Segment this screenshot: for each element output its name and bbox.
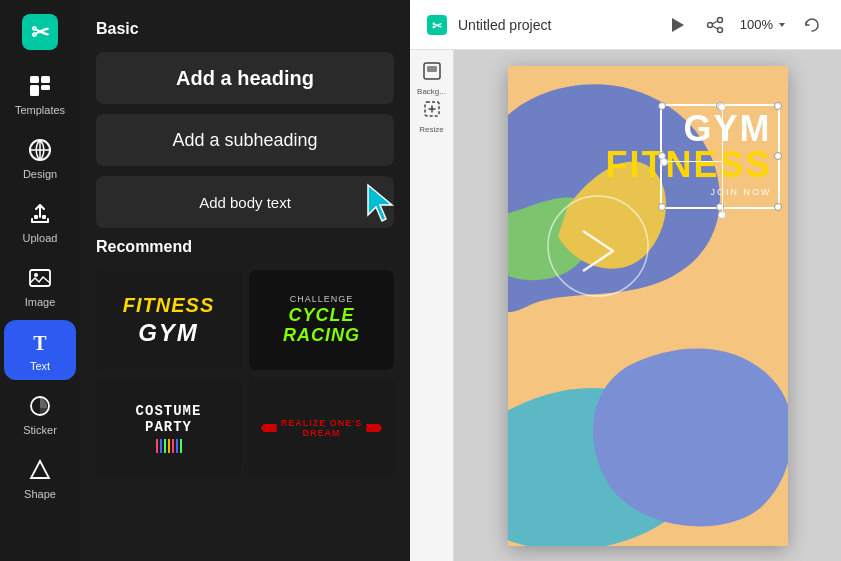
fitness-word: FITNESS bbox=[605, 147, 771, 183]
svg-rect-9 bbox=[34, 215, 38, 219]
fitness-text-line1: FITNESS bbox=[123, 294, 214, 317]
app-logo: ✂ bbox=[20, 12, 60, 52]
sidebar-item-upload[interactable]: Upload bbox=[4, 192, 76, 252]
zoom-value: 100% bbox=[740, 17, 773, 32]
text-panel: Basic Add a heading Add a subheading Add… bbox=[80, 0, 410, 561]
add-body-text-button[interactable]: Add body text bbox=[96, 176, 394, 228]
recommend-card-costume-party[interactable]: COSTUMEPARTY bbox=[96, 378, 241, 478]
canvas-dot-1 bbox=[718, 103, 726, 111]
resize-tool[interactable]: Resize bbox=[414, 98, 450, 134]
recommend-section-title: Recommend bbox=[96, 238, 394, 256]
upload-icon bbox=[26, 200, 54, 228]
topbar: ✂ Untitled project 100% bbox=[410, 0, 841, 50]
play-button[interactable] bbox=[664, 12, 690, 38]
sidebar: ✂ Templates Design bbox=[0, 0, 80, 561]
mini-toolbar: Backg... Resize bbox=[410, 50, 454, 561]
join-now-text: JOIN NOW bbox=[605, 187, 771, 197]
canvas-area: ✂ Untitled project 100% bbox=[410, 0, 841, 561]
background-icon bbox=[422, 61, 442, 85]
canvas-document[interactable]: GYM FITNESS JOIN NOW bbox=[508, 66, 788, 546]
sidebar-item-design[interactable]: Design bbox=[4, 128, 76, 188]
svg-point-20 bbox=[707, 22, 712, 27]
undo-button[interactable] bbox=[799, 12, 825, 38]
svg-rect-26 bbox=[427, 66, 437, 72]
svg-line-23 bbox=[712, 26, 717, 29]
gym-word: GYM bbox=[605, 111, 771, 147]
recommend-grid: FITNESS GYM CHALLENGE CYCLERACING COSTUM… bbox=[96, 270, 394, 478]
image-icon bbox=[26, 264, 54, 292]
sidebar-item-upload-label: Upload bbox=[23, 232, 58, 244]
sticker-icon bbox=[26, 392, 54, 420]
svg-marker-24 bbox=[779, 23, 785, 27]
zoom-control[interactable]: 100% bbox=[740, 17, 787, 32]
background-tool-label: Backg... bbox=[417, 87, 446, 96]
svg-text:✂: ✂ bbox=[432, 19, 443, 33]
svg-point-12 bbox=[34, 273, 38, 277]
sidebar-item-templates[interactable]: Templates bbox=[4, 64, 76, 124]
sidebar-item-design-label: Design bbox=[23, 168, 57, 180]
sidebar-item-text-label: Text bbox=[30, 360, 50, 372]
svg-text:T: T bbox=[33, 332, 47, 354]
costume-party-text: COSTUMEPARTY bbox=[136, 403, 202, 435]
svg-point-21 bbox=[717, 27, 722, 32]
cycle-challenge-label: CHALLENGE bbox=[290, 294, 354, 304]
gym-fitness-text: GYM FITNESS JOIN NOW bbox=[605, 111, 771, 197]
design-icon bbox=[26, 136, 54, 164]
canvas-dot-2 bbox=[718, 211, 726, 219]
canvas-viewport[interactable]: GYM FITNESS JOIN NOW bbox=[454, 50, 841, 561]
project-title: Untitled project bbox=[458, 17, 654, 33]
share-button[interactable] bbox=[702, 12, 728, 38]
sidebar-item-sticker[interactable]: Sticker bbox=[4, 384, 76, 444]
svg-marker-18 bbox=[672, 18, 684, 32]
svg-line-22 bbox=[712, 21, 717, 24]
canvas-dot-3 bbox=[660, 158, 668, 166]
svg-rect-5 bbox=[41, 85, 50, 90]
svg-rect-4 bbox=[30, 85, 39, 96]
resize-tool-label: Resize bbox=[419, 125, 443, 134]
background-tool[interactable]: Backg... bbox=[414, 60, 450, 96]
svg-rect-2 bbox=[30, 76, 39, 83]
add-subheading-button[interactable]: Add a subheading bbox=[96, 114, 394, 166]
sidebar-item-image-label: Image bbox=[25, 296, 56, 308]
sidebar-item-image[interactable]: Image bbox=[4, 256, 76, 316]
resize-icon bbox=[422, 99, 442, 123]
sidebar-item-sticker-label: Sticker bbox=[23, 424, 57, 436]
add-heading-button[interactable]: Add a heading bbox=[96, 52, 394, 104]
basic-section-title: Basic bbox=[96, 20, 394, 38]
recommend-card-cycle-racing[interactable]: CHALLENGE CYCLERACING bbox=[249, 270, 394, 370]
shape-icon bbox=[26, 456, 54, 484]
text-icon: T bbox=[26, 328, 54, 356]
sidebar-item-shape[interactable]: Shape bbox=[4, 448, 76, 508]
sidebar-item-templates-label: Templates bbox=[15, 104, 65, 116]
svg-rect-3 bbox=[41, 76, 50, 83]
fitness-text-line2: GYM bbox=[138, 319, 199, 347]
canvas-line-horizontal bbox=[663, 161, 723, 162]
sidebar-item-text[interactable]: T Text bbox=[4, 320, 76, 380]
recommend-card-fitness-gym[interactable]: FITNESS GYM bbox=[96, 270, 241, 370]
topbar-actions: 100% bbox=[664, 12, 825, 38]
svg-rect-11 bbox=[30, 270, 50, 286]
topbar-logo-icon: ✂ bbox=[426, 14, 448, 36]
recommend-card-realize-dream[interactable]: REALIZE ONE'SDREAM bbox=[249, 378, 394, 478]
cycle-racing-text: CYCLERACING bbox=[283, 306, 360, 346]
svg-rect-10 bbox=[42, 215, 46, 219]
sidebar-item-shape-label: Shape bbox=[24, 488, 56, 500]
realize-dream-text: REALIZE ONE'SDREAM bbox=[281, 418, 363, 438]
svg-text:✂: ✂ bbox=[31, 20, 50, 45]
canvas-content: Backg... Resize bbox=[410, 50, 841, 561]
svg-point-19 bbox=[717, 17, 722, 22]
templates-icon bbox=[26, 72, 54, 100]
